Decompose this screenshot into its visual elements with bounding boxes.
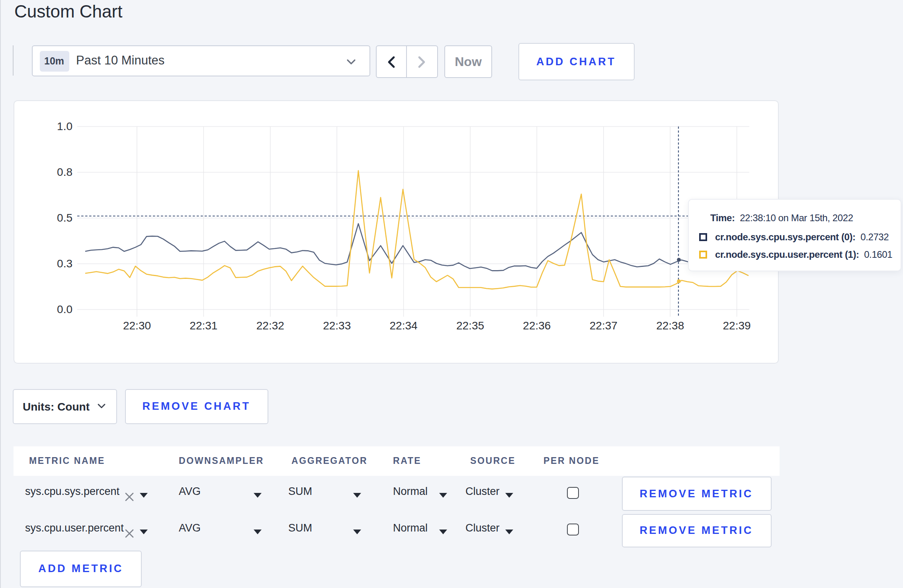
svg-text:1.0: 1.0 <box>57 120 72 132</box>
svg-text:22:36: 22:36 <box>523 319 551 332</box>
svg-text:22:38: 22:38 <box>656 319 684 332</box>
svg-text:22:31: 22:31 <box>190 319 217 332</box>
svg-text:0.0: 0.0 <box>57 303 72 315</box>
svg-text:22:33: 22:33 <box>323 319 351 332</box>
svg-text:22:37: 22:37 <box>590 319 618 332</box>
svg-text:0.3: 0.3 <box>57 257 72 270</box>
svg-text:22:35: 22:35 <box>456 319 484 332</box>
svg-text:0.8: 0.8 <box>57 166 72 178</box>
svg-text:22:32: 22:32 <box>256 319 284 332</box>
svg-text:22:30: 22:30 <box>123 319 151 332</box>
svg-text:22:34: 22:34 <box>390 319 418 332</box>
svg-text:0.5: 0.5 <box>57 212 72 224</box>
svg-text:22:39: 22:39 <box>723 319 751 332</box>
